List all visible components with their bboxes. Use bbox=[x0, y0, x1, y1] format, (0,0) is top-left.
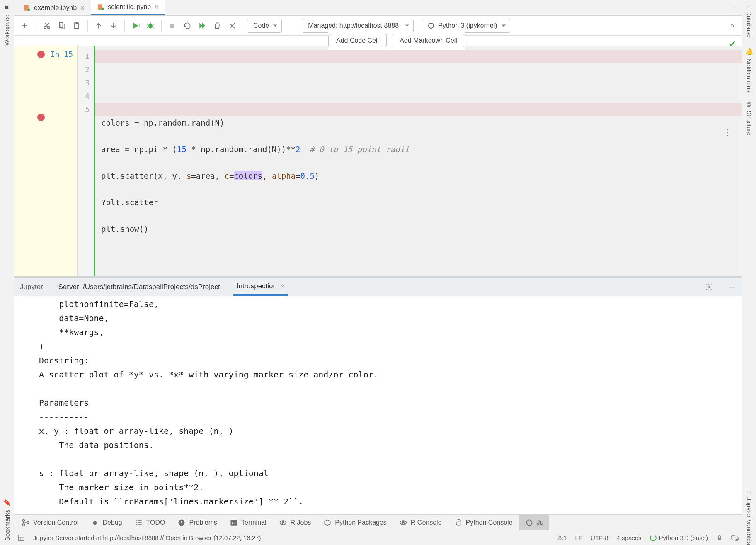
variables-icon: ≡ bbox=[746, 490, 753, 494]
svg-text:R: R bbox=[402, 521, 405, 525]
database-icon: ≡ bbox=[746, 4, 753, 8]
bookmarks-label: Bookmarks bbox=[3, 510, 10, 541]
clear-output-button[interactable] bbox=[225, 19, 239, 32]
kernel-label: Python 3 (ipykernel) bbox=[438, 22, 497, 29]
indent[interactable]: 4 spaces bbox=[617, 534, 642, 541]
python-packages-tool[interactable]: Python Packages bbox=[317, 515, 393, 530]
run-cell-button[interactable]: I bbox=[129, 19, 142, 32]
notifications-tool[interactable]: 🔔 Notifications bbox=[746, 48, 753, 92]
version-control-tool[interactable]: Version Control bbox=[16, 515, 84, 530]
stop-button[interactable] bbox=[166, 19, 179, 32]
line-ending[interactable]: LF bbox=[575, 534, 583, 541]
editor-tabs: example.ipynb ✕ scientific.ipynb ✕ ⋮ bbox=[14, 0, 742, 16]
right-tool-sidebar: ≡ Database 🔔 Notifications ⧉ Structure ≡… bbox=[742, 0, 756, 545]
breakpoint-icon[interactable] bbox=[37, 51, 45, 58]
svg-text:R: R bbox=[282, 521, 284, 525]
python-icon bbox=[454, 518, 463, 527]
line-numbers: 1 2 3 4 5 bbox=[77, 46, 94, 276]
run-all-button[interactable] bbox=[196, 19, 209, 32]
svg-point-42 bbox=[27, 521, 29, 523]
svg-point-50 bbox=[526, 520, 532, 525]
code-content[interactable]: colors = np.random.rand(N) area = np.pi … bbox=[94, 46, 742, 276]
cell-gutter: In 15 bbox=[14, 46, 77, 276]
workspace-label: Workspace bbox=[3, 15, 10, 46]
cell-actions: Add Code Cell Add Markdown Cell bbox=[328, 32, 465, 50]
svg-point-40 bbox=[23, 519, 25, 521]
jupyter-variables-tool[interactable]: ≡ Jupyter Variables bbox=[746, 490, 753, 545]
caret-position[interactable]: 8:1 bbox=[558, 534, 567, 541]
bookmarks-tool[interactable]: Bookmarks 🔖 bbox=[3, 499, 11, 541]
move-down-button[interactable] bbox=[107, 19, 120, 32]
svg-point-43 bbox=[93, 521, 97, 525]
jupyter-tool[interactable]: Ju bbox=[519, 515, 550, 530]
svg-rect-7 bbox=[61, 24, 64, 29]
gear-icon[interactable] bbox=[702, 278, 715, 296]
cell-type-select[interactable]: Code bbox=[247, 19, 282, 33]
branch-icon bbox=[22, 518, 30, 527]
jupyter-icon bbox=[525, 518, 533, 527]
notebook-icon bbox=[97, 3, 104, 11]
r-icon: R bbox=[399, 518, 407, 527]
add-markdown-cell-button[interactable]: Add Markdown Cell bbox=[392, 34, 465, 47]
paste-button[interactable] bbox=[70, 19, 83, 32]
bug-icon bbox=[91, 518, 99, 527]
move-up-button[interactable] bbox=[92, 19, 105, 32]
code-cell[interactable]: In 15 1 2 3 4 5 colors = np.random.rand(… bbox=[14, 46, 742, 276]
debug-cell-button[interactable] bbox=[144, 19, 157, 32]
workspace-tool[interactable]: Workspace ■ bbox=[3, 4, 10, 46]
svg-rect-8 bbox=[75, 23, 79, 28]
tab-scientific[interactable]: scientific.ipynb ✕ bbox=[91, 0, 165, 15]
restart-button[interactable] bbox=[181, 19, 194, 32]
structure-tool[interactable]: ⧉ Structure bbox=[746, 102, 753, 136]
in-label: In 15 bbox=[51, 50, 73, 58]
cut-button[interactable] bbox=[40, 19, 53, 32]
database-tool[interactable]: ≡ Database bbox=[746, 4, 753, 38]
folder-icon: ■ bbox=[3, 4, 10, 11]
interpreter-status-icon bbox=[650, 535, 657, 541]
svg-rect-9 bbox=[76, 22, 78, 23]
introspection-tab[interactable]: Introspection ✕ bbox=[233, 278, 288, 296]
kernel-select[interactable]: Python 3 (ipykernel) bbox=[422, 19, 510, 33]
bookmark-icon: 🔖 bbox=[3, 499, 11, 506]
tab-example[interactable]: example.ipynb ✕ bbox=[17, 0, 91, 15]
python-console-tool[interactable]: Python Console bbox=[448, 515, 519, 530]
encoding[interactable]: UTF-8 bbox=[591, 534, 608, 541]
introspection-label: Introspection bbox=[237, 282, 277, 290]
introspection-content[interactable]: plotnonfinite=False, data=None, **kwargs… bbox=[14, 296, 742, 514]
svg-rect-52 bbox=[718, 538, 721, 540]
problems-tool[interactable]: Problems bbox=[172, 515, 223, 530]
copy-button[interactable] bbox=[55, 19, 68, 32]
notebook-toolbar: I Code Managed: http://localhost:8888 Py… bbox=[14, 16, 742, 36]
server-select[interactable]: Managed: http://localhost:8888 bbox=[302, 19, 414, 33]
editor-area[interactable]: ✔ In 15 1 2 3 bbox=[14, 36, 742, 276]
close-icon[interactable]: ✕ bbox=[80, 5, 85, 11]
svg-point-1 bbox=[28, 8, 30, 11]
interpreter[interactable]: Python 3.9 (base) bbox=[650, 534, 708, 541]
server-tab[interactable]: Server: /Users/jetbrains/DataspellProjec… bbox=[55, 278, 223, 296]
breakpoint-icon[interactable] bbox=[37, 114, 45, 121]
toolbar-overflow-icon[interactable]: » bbox=[727, 21, 738, 30]
r-jobs-tool[interactable]: RR Jobs bbox=[273, 515, 317, 530]
lock-icon[interactable] bbox=[716, 535, 723, 541]
add-cell-button[interactable] bbox=[18, 19, 32, 32]
sync-icon[interactable] bbox=[731, 534, 739, 542]
delete-cell-button[interactable] bbox=[211, 19, 224, 32]
status-message[interactable]: Jupyter Server started at http://localho… bbox=[33, 534, 261, 541]
svg-point-41 bbox=[23, 523, 25, 526]
close-icon[interactable]: ✕ bbox=[154, 4, 159, 10]
svg-point-3 bbox=[102, 8, 104, 10]
bell-icon: 🔔 bbox=[746, 48, 753, 55]
add-code-cell-button[interactable]: Add Code Cell bbox=[328, 34, 387, 47]
tool-windows-icon[interactable] bbox=[17, 534, 25, 542]
r-console-tool[interactable]: RR Console bbox=[393, 515, 448, 530]
jupyter-prefix: Jupyter: bbox=[20, 278, 45, 296]
close-icon[interactable]: ✕ bbox=[280, 283, 285, 290]
todo-tool[interactable]: TODO bbox=[129, 515, 171, 530]
r-icon: R bbox=[279, 518, 287, 527]
minimize-icon[interactable]: — bbox=[725, 278, 738, 296]
debug-tool[interactable]: Debug bbox=[85, 515, 128, 530]
terminal-tool[interactable]: Terminal bbox=[224, 515, 272, 530]
svg-point-39 bbox=[708, 286, 710, 288]
tabs-menu-icon[interactable]: ⋮ bbox=[727, 0, 742, 15]
svg-point-53 bbox=[736, 538, 738, 541]
